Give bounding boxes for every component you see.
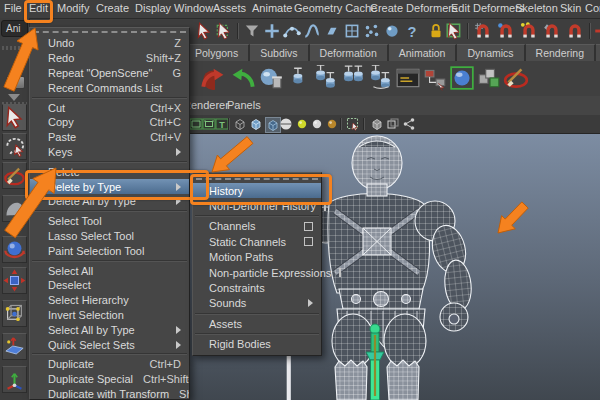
snap-plane-icon[interactable] <box>323 22 341 40</box>
menubar-item-create-deformers[interactable]: Create Deformers <box>370 2 457 14</box>
magnet-point-icon[interactable] <box>520 22 538 40</box>
menubar-item-skin[interactable]: Skin <box>560 2 581 14</box>
snap-scatter-icon[interactable] <box>363 22 381 40</box>
menu-item-motion-paths[interactable]: Motion Paths <box>193 250 321 265</box>
snap-curve-icon[interactable] <box>303 22 321 40</box>
camera-gate-icon[interactable] <box>189 117 203 131</box>
menu-item-non-particle-expressions[interactable]: Non-particle Expressions <box>193 265 321 280</box>
menu-item-duplicate-with-transform[interactable]: Duplicate with TransformShift+D <box>30 387 189 400</box>
menu-item-sounds[interactable]: Sounds <box>193 296 321 311</box>
shelf-tab-animation[interactable]: Animation <box>389 44 458 61</box>
menu-item-undo[interactable]: UndoZ <box>30 36 189 51</box>
lock-icon[interactable] <box>427 22 445 40</box>
magnet-curve-icon[interactable] <box>497 22 515 40</box>
ik-handle-tool-icon[interactable] <box>313 65 339 91</box>
paint-effects-brush-icon[interactable] <box>503 65 529 91</box>
menu-item-constraints[interactable]: Constraints <box>193 280 321 295</box>
shelf-tab-subdivs[interactable]: Subdivs <box>250 44 309 61</box>
move-tool-icon[interactable] <box>2 267 27 294</box>
poly-cubes-icon[interactable] <box>476 65 502 91</box>
joint-tool-icon[interactable] <box>286 65 312 91</box>
panel-menu-panels[interactable]: Panels <box>227 99 261 111</box>
menubar-item-skeleton[interactable]: Skeleton <box>515 2 558 14</box>
menu-item-channels[interactable]: Channels <box>193 219 321 234</box>
magnet-plane-icon[interactable] <box>543 22 561 40</box>
joint-chain-icon[interactable] <box>341 65 367 91</box>
select-box-cursor-icon[interactable] <box>215 22 233 40</box>
menu-item-select-hierarchy[interactable]: Select Hierarchy <box>30 293 189 308</box>
magnet-icon[interactable] <box>566 22 584 40</box>
menu-item-copy[interactable]: CopyCtrl+C <box>30 115 189 130</box>
select-tool-icon[interactable] <box>2 104 27 131</box>
film-gate-icon[interactable] <box>202 117 216 131</box>
ik-spline-handle-icon[interactable] <box>368 65 394 91</box>
option-box[interactable] <box>339 268 341 277</box>
rotate-tool-icon[interactable] <box>2 236 27 263</box>
menubar-item-edit-deformers[interactable]: Edit Deformers <box>451 2 524 14</box>
menu-set-dropdown[interactable]: Ani <box>1 20 28 37</box>
menubar-item-display[interactable]: Display <box>135 2 171 14</box>
menu-item-keys[interactable]: Keys <box>30 145 189 160</box>
menubar-item-modify[interactable]: Modify <box>57 2 89 14</box>
lasso-tool-icon[interactable] <box>2 133 27 160</box>
delete-sphere-icon[interactable] <box>258 65 284 91</box>
sphere-project-icon[interactable] <box>449 65 475 91</box>
menu-item-duplicate-special[interactable]: Duplicate SpecialCtrl+Shift+D <box>30 372 189 387</box>
hypergraph-icon[interactable] <box>422 65 448 91</box>
plugin-share-icon[interactable] <box>402 117 416 131</box>
all-lights-icon[interactable] <box>310 117 324 131</box>
xray-cube-icon[interactable] <box>370 117 384 131</box>
menu-item-invert-selection[interactable]: Invert Selection <box>30 308 189 323</box>
help-icon[interactable]: ? <box>403 22 421 40</box>
shelf-tab-deformation[interactable]: Deformation <box>310 44 389 61</box>
menu-item-paste[interactable]: PasteCtrl+V <box>30 130 189 145</box>
menu-item-static-channels[interactable]: Static Channels <box>193 234 321 249</box>
highlight-select-icon[interactable] <box>445 22 463 40</box>
collapse-bar[interactable] <box>6 76 25 89</box>
smooth-shade-cube-icon[interactable] <box>249 117 263 131</box>
redo-red-arrow-icon[interactable] <box>199 65 225 91</box>
menu-item-deselect[interactable]: Deselect <box>30 278 189 293</box>
option-box[interactable] <box>304 237 313 246</box>
shelf-tab-polygons[interactable]: Polygons <box>185 44 250 61</box>
menu-item-cut[interactable]: CutCtrl+X <box>30 100 189 115</box>
menu-item-select-tool[interactable]: Select Tool <box>30 214 189 229</box>
menubar-item-assets[interactable]: Assets <box>213 2 246 14</box>
safe-title-icon[interactable]: T <box>215 117 229 131</box>
menu-item-redo[interactable]: RedoShift+Z <box>30 51 189 66</box>
menu-item-select-all-by-type[interactable]: Select All by Type <box>30 322 189 337</box>
default-light-icon[interactable] <box>295 117 309 131</box>
filter-funnel-icon[interactable] <box>243 22 261 40</box>
axis-cross-icon[interactable] <box>593 22 600 40</box>
select-cursor-icon[interactable] <box>195 22 213 40</box>
soft-mod-tool-icon[interactable] <box>2 195 27 222</box>
redo-green-arrow-icon[interactable] <box>231 65 257 91</box>
menu-item-assets[interactable]: Assets <box>193 316 321 331</box>
menu-item-select-all[interactable]: Select All <box>30 263 189 278</box>
universal-manipulator-icon[interactable] <box>2 333 27 360</box>
snap-sphere-icon[interactable] <box>383 22 401 40</box>
snap-grid-box-icon[interactable] <box>343 22 361 40</box>
option-box[interactable] <box>304 222 313 231</box>
drag-handle[interactable] <box>2 46 27 50</box>
menu-item-recent-commands-list[interactable]: Recent Commands List <box>30 80 189 95</box>
show-manipulator-icon[interactable] <box>2 366 27 393</box>
isolate-select-icon[interactable] <box>346 117 360 131</box>
menubar-item-geometry-cache[interactable]: Geometry Cache <box>294 2 377 14</box>
snap-curve-points-icon[interactable] <box>283 22 301 40</box>
wireframe-cube-icon[interactable] <box>233 117 247 131</box>
menu-item-quick-select-sets[interactable]: Quick Select Sets <box>30 337 189 352</box>
chevron-down-icon[interactable] <box>8 94 20 101</box>
magnet-grid-icon[interactable] <box>474 22 492 40</box>
menubar-item-animate[interactable]: Animate <box>252 2 292 14</box>
scale-tool-icon[interactable] <box>2 300 27 327</box>
menubar-item-file[interactable]: File <box>4 2 22 14</box>
menu-item-rigid-bodies[interactable]: Rigid Bodies <box>193 337 321 352</box>
paint-select-tool-icon[interactable] <box>2 162 27 189</box>
snap-plus-icon[interactable] <box>263 22 281 40</box>
menu-item-lasso-select-tool[interactable]: Lasso Select Tool <box>30 229 189 244</box>
shelf-tab-rendering[interactable]: Rendering <box>526 44 596 61</box>
shadows-light-icon[interactable] <box>325 117 339 131</box>
tear-off-handle[interactable] <box>33 31 186 34</box>
menubar-item-con[interactable]: Con <box>585 2 600 14</box>
